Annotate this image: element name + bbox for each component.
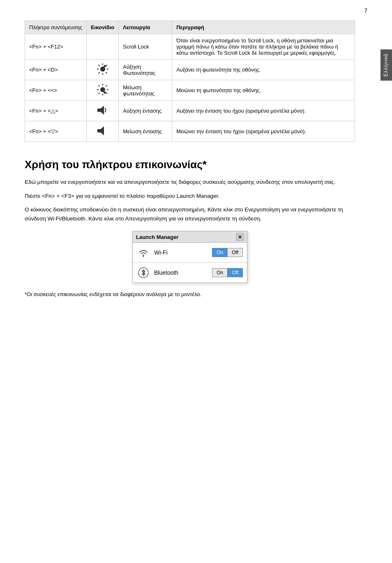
key-fn-triangle-down: <Fn> + <▽> (25, 121, 87, 142)
table-row: <Fn> + <F12> Scroll Lock Όταν είναι ενερ… (25, 34, 355, 60)
col-header-function: Λειτουργία (119, 21, 172, 34)
svg-marker-24 (101, 126, 104, 135)
col-header-icon: Εικονίδιο (86, 21, 118, 34)
icon-cell-volume-down (86, 121, 118, 142)
speaker-down-icon (97, 125, 109, 137)
desc-scrolllock: Όταν είναι ενεργοποιημένο το Scroll Lock… (172, 34, 355, 60)
sun-bright-icon (97, 63, 109, 75)
desc-brightness-up: Αυξάνει τη φωτεινότητα της οθόνης. (172, 60, 355, 80)
bluetooth-toggle-buttons: On Off (212, 268, 243, 277)
bluetooth-icon (137, 266, 150, 279)
bluetooth-off-button[interactable]: Off (227, 268, 243, 277)
func-brightness-down: Μείωση φωτεινότητας (119, 80, 172, 101)
wifi-toggle-buttons: On Off (212, 248, 243, 257)
desc-brightness-down: Μειώνει τη φωτεινότητα της οθόνης. (172, 80, 355, 101)
icon-cell-scrolllock (86, 34, 118, 60)
launch-manager-title: Launch Manager (136, 234, 178, 240)
section-heading: Χρήση του πλήκτρου επικοινωνίας* (25, 158, 355, 171)
section-paragraph3: Ο κόκκινος διακόπτης υποδεικνύει ότι η σ… (25, 205, 355, 223)
svg-point-11 (100, 87, 105, 92)
sun-dark-icon (97, 83, 109, 96)
svg-line-17 (106, 93, 107, 94)
table-row: <Fn> + <△> Αύξηση έντασης Αυξάνει την έν… (25, 101, 355, 121)
icon-cell-brightness-down (86, 80, 118, 101)
section-paragraph1: Εδώ μπορείτε να ενεργοποιήσετε και να απ… (25, 178, 355, 187)
key-fn-d: <Fn> + <D> (25, 60, 87, 80)
section-footnote: *Οι συσκευές επικοινωνίας ενδέχεται να δ… (25, 291, 355, 297)
col-header-description: Περιγραφή (172, 21, 355, 34)
key-fn-triangle-up: <Fn> + <△> (25, 101, 87, 121)
func-volume-up: Αύξηση έντασης (119, 101, 172, 121)
svg-point-25 (143, 255, 144, 257)
launch-manager-dialog: Launch Manager × Wi-Fi On Off (132, 231, 247, 283)
section-paragraph2: Πιέστε <Fn> + <F3> για να εμφανιστεί το … (25, 192, 355, 201)
svg-line-16 (98, 86, 99, 87)
key-fn-lt: <Fn> + <<> (25, 80, 87, 101)
bluetooth-on-button[interactable]: On (212, 268, 227, 277)
main-content: Πλήκτρο συντόμευσης Εικονίδιο Λειτουργία… (25, 21, 355, 297)
keyboard-shortcut-table: Πλήκτρο συντόμευσης Εικονίδιο Λειτουργία… (25, 21, 355, 142)
desc-volume-up: Αυξάνει την ένταση του ήχου (ορισμένα μο… (172, 101, 355, 121)
icon-cell-brightness-up (86, 60, 118, 80)
svg-rect-23 (97, 129, 101, 132)
icon-cell-volume-up (86, 101, 118, 121)
desc-volume-down: Μειώνει την ένταση του ήχου (ορισμένα μο… (172, 121, 355, 142)
launch-manager-titlebar: Launch Manager × (133, 232, 247, 243)
func-volume-down: Μείωση έντασης (119, 121, 172, 142)
func-scrolllock: Scroll Lock (119, 34, 172, 60)
svg-line-8 (98, 72, 99, 74)
launch-manager-close-button[interactable]: × (236, 233, 244, 241)
svg-line-5 (98, 65, 99, 66)
wifi-svg-icon (138, 247, 149, 258)
launch-manager-wrapper: Launch Manager × Wi-Fi On Off (25, 231, 355, 283)
bluetooth-row: Bluetooth On Off (133, 263, 247, 283)
svg-marker-22 (101, 106, 104, 115)
table-row: <Fn> + <▽> Μείωση έντασης Μειώνει την έν… (25, 121, 355, 142)
key-fn-f12: <Fn> + <F12> (25, 34, 87, 60)
svg-line-6 (106, 72, 107, 74)
bluetooth-label: Bluetooth (154, 269, 212, 276)
bluetooth-svg-icon (138, 267, 149, 278)
wifi-on-button[interactable]: On (212, 248, 227, 257)
speaker-up-icon (97, 104, 109, 116)
svg-rect-21 (97, 109, 101, 112)
svg-line-19 (98, 93, 99, 94)
side-tab-label: Ελληνικά (380, 49, 392, 81)
wifi-label: Wi-Fi (154, 249, 212, 256)
svg-line-18 (106, 86, 107, 87)
wifi-off-button[interactable]: Off (227, 248, 243, 257)
col-header-key: Πλήκτρο συντόμευσης (25, 21, 87, 34)
page-number: 7 (364, 7, 367, 14)
wifi-icon (137, 246, 150, 259)
svg-line-7 (106, 65, 107, 66)
table-row: <Fn> + <<> (25, 80, 355, 101)
func-brightness-up: Αύξηση Φωτεινότητας (119, 60, 172, 80)
wifi-row: Wi-Fi On Off (133, 243, 247, 263)
table-row: <Fn> + <D> (25, 60, 355, 80)
